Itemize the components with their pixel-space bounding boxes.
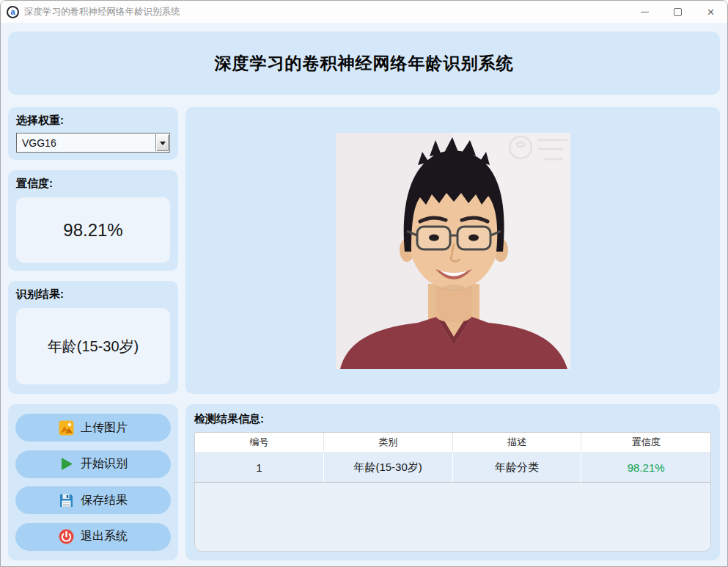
weight-selected-value: VGG16: [22, 137, 56, 149]
maximize-button[interactable]: [661, 1, 694, 23]
confidence-value-box: 98.21%: [16, 197, 170, 263]
cell-description: 年龄分类: [453, 453, 582, 483]
window-controls: ×: [628, 1, 727, 23]
minimize-icon: [641, 12, 649, 12]
result-card: 识别结果: 年龄(15-30岁): [8, 281, 178, 394]
col-header-description: 描述: [453, 433, 582, 453]
cell-category: 年龄(15-30岁): [324, 453, 453, 483]
app-window: a 深度学习的卷积神经网络年龄识别系统 × 深度学习的卷积神经网络年龄识别系统 …: [0, 0, 728, 567]
results-table: 编号 类别 描述 置信度 1 年龄(15-30岁) 年龄分类 98.21%: [194, 432, 711, 552]
cell-confidence: 98.21%: [581, 453, 710, 483]
close-button[interactable]: ×: [694, 1, 727, 23]
start-recognition-label: 开始识别: [81, 456, 128, 472]
confidence-card: 置信度: 98.21%: [8, 170, 178, 271]
image-icon: [59, 420, 74, 436]
cell-id: 1: [195, 453, 324, 483]
weight-select[interactable]: VGG16: [16, 133, 170, 153]
weight-label: 选择权重:: [16, 114, 170, 128]
start-recognition-button[interactable]: 开始识别: [15, 450, 171, 478]
header-banner: 深度学习的卷积神经网络年龄识别系统: [8, 32, 720, 95]
floppy-disk-icon: [59, 493, 74, 508]
close-icon: ×: [707, 6, 715, 18]
save-results-button[interactable]: 保存结果: [15, 486, 171, 514]
exit-system-label: 退出系统: [81, 529, 128, 544]
upload-image-button[interactable]: 上传图片: [15, 414, 171, 442]
confidence-label: 置信度:: [16, 177, 170, 191]
chevron-down-icon: [160, 142, 166, 148]
a-logo-icon: a: [7, 6, 19, 18]
table-row[interactable]: 1 年龄(15-30岁) 年龄分类 98.21%: [195, 453, 710, 483]
sidebar: 选择权重: VGG16 置信度: 98.21% 识别结果:: [8, 107, 178, 560]
page-title: 深度学习的卷积神经网络年龄识别系统: [215, 52, 514, 75]
confidence-value: 98.21%: [63, 220, 122, 241]
play-icon: [59, 456, 74, 472]
table-header-row: 编号 类别 描述 置信度: [195, 433, 710, 453]
exit-system-button[interactable]: 退出系统: [15, 523, 171, 551]
maximize-icon: [674, 8, 682, 16]
portrait-image: [336, 133, 570, 369]
result-value: 年龄(15-30岁): [48, 337, 139, 356]
title-bar: a 深度学习的卷积神经网络年龄识别系统 ×: [1, 1, 727, 23]
actions-card: 上传图片 开始识别: [8, 404, 178, 560]
results-label: 检测结果信息:: [194, 412, 711, 426]
save-results-label: 保存结果: [81, 493, 128, 508]
weight-card: 选择权重: VGG16: [8, 107, 178, 160]
col-header-confidence: 置信度: [581, 433, 710, 453]
col-header-id: 编号: [195, 433, 324, 453]
results-panel: 检测结果信息: 编号 类别 描述 置信度 1 年龄(15-30岁) 年龄分类: [185, 404, 720, 560]
main-area: 检测结果信息: 编号 类别 描述 置信度 1 年龄(15-30岁) 年龄分类: [185, 107, 720, 560]
image-panel: [185, 107, 720, 394]
col-header-category: 类别: [324, 433, 453, 453]
power-icon: [59, 529, 74, 544]
upload-image-label: 上传图片: [81, 420, 128, 436]
result-value-box: 年龄(15-30岁): [16, 308, 170, 384]
minimize-button[interactable]: [628, 1, 661, 23]
result-label: 识别结果:: [16, 288, 170, 301]
dropdown-arrow-button[interactable]: [155, 134, 169, 151]
table-empty-area: [195, 483, 710, 551]
window-title: 深度学习的卷积神经网络年龄识别系统: [24, 6, 180, 18]
content-area: 深度学习的卷积神经网络年龄识别系统 选择权重: VGG16 置信度:: [1, 23, 727, 566]
